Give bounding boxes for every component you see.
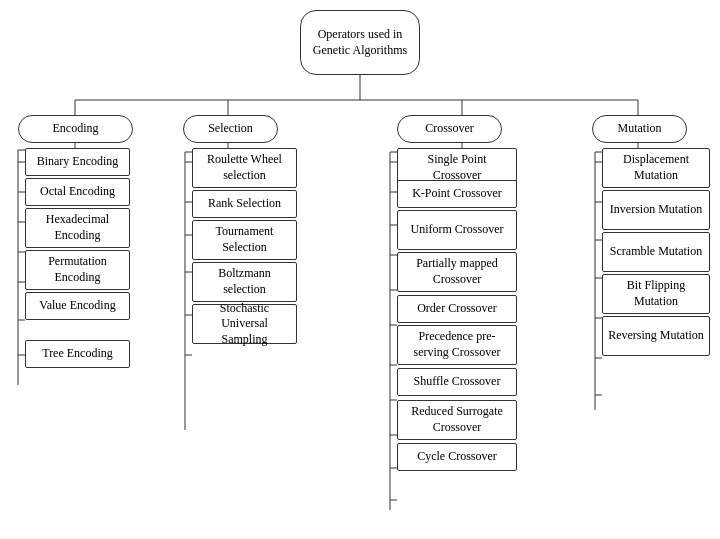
encoding-item-label-4: Value Encoding (39, 298, 115, 314)
crossover-item-label-5: Precedence pre-serving Crossover (403, 329, 511, 360)
crossover-item-5: Precedence pre-serving Crossover (397, 325, 517, 365)
crossover-item-label-2: Uniform Crossover (411, 222, 504, 238)
selection-label: Selection (208, 121, 253, 137)
encoding-item-4: Value Encoding (25, 292, 130, 320)
selection-item-label-2: Tournament Selection (198, 224, 291, 255)
encoding-item-label-0: Binary Encoding (37, 154, 119, 170)
crossover-item-label-6: Shuffle Crossover (414, 374, 501, 390)
selection-item-2: Tournament Selection (192, 220, 297, 260)
mutation-item-0: Displacement Mutation (602, 148, 710, 188)
selection-item-0: Roulette Wheel selection (192, 148, 297, 188)
crossover-item-label-7: Reduced Surrogate Crossover (403, 404, 511, 435)
encoding-category: Encoding (18, 115, 133, 143)
mutation-item-label-3: Bit Flipping Mutation (608, 278, 704, 309)
crossover-item-label-1: K-Point Crossover (412, 186, 502, 202)
crossover-item-6: Shuffle Crossover (397, 368, 517, 396)
crossover-item-label-0: Single Point Crossover (403, 152, 511, 183)
crossover-item-3: Partially mapped Crossover (397, 252, 517, 292)
selection-item-label-0: Roulette Wheel selection (198, 152, 291, 183)
mutation-category: Mutation (592, 115, 687, 143)
encoding-item-3: Permutation Encoding (25, 250, 130, 290)
mutation-item-label-0: Displacement Mutation (608, 152, 704, 183)
mutation-item-1: Inversion Mutation (602, 190, 710, 230)
selection-category: Selection (183, 115, 278, 143)
selection-item-1: Rank Selection (192, 190, 297, 218)
mutation-item-label-4: Reversing Mutation (608, 328, 704, 344)
selection-item-label-1: Rank Selection (208, 196, 281, 212)
encoding-item-label-3: Permutation Encoding (31, 254, 124, 285)
mutation-item-3: Bit Flipping Mutation (602, 274, 710, 314)
crossover-item-4: Order Crossover (397, 295, 517, 323)
crossover-item-label-8: Cycle Crossover (417, 449, 497, 465)
crossover-item-label-3: Partially mapped Crossover (403, 256, 511, 287)
root-node: Operators used in Genetic Algorithms (300, 10, 420, 75)
encoding-item-0: Binary Encoding (25, 148, 130, 176)
crossover-item-7: Reduced Surrogate Crossover (397, 400, 517, 440)
encoding-label: Encoding (53, 121, 99, 137)
mutation-item-label-1: Inversion Mutation (610, 202, 702, 218)
encoding-item-label-2: Hexadecimal Encoding (31, 212, 124, 243)
crossover-item-1: K-Point Crossover (397, 180, 517, 208)
selection-item-label-4: Stochastic Universal Sampling (198, 301, 291, 348)
encoding-item-2: Hexadecimal Encoding (25, 208, 130, 248)
selection-item-4: Stochastic Universal Sampling (192, 304, 297, 344)
root-label: Operators used in Genetic Algorithms (306, 27, 414, 58)
mutation-item-4: Reversing Mutation (602, 316, 710, 356)
encoding-item-label-5: Tree Encoding (42, 346, 113, 362)
mutation-item-label-2: Scramble Mutation (610, 244, 702, 260)
selection-item-3: Boltzmann selection (192, 262, 297, 302)
crossover-category: Crossover (397, 115, 502, 143)
encoding-item-5: Tree Encoding (25, 340, 130, 368)
crossover-label: Crossover (425, 121, 474, 137)
mutation-item-2: Scramble Mutation (602, 232, 710, 272)
selection-item-label-3: Boltzmann selection (198, 266, 291, 297)
encoding-item-1: Octal Encoding (25, 178, 130, 206)
crossover-item-label-4: Order Crossover (417, 301, 497, 317)
crossover-item-8: Cycle Crossover (397, 443, 517, 471)
diagram: Operators used in Genetic Algorithms Enc… (0, 0, 720, 539)
mutation-label: Mutation (618, 121, 662, 137)
encoding-item-label-1: Octal Encoding (40, 184, 115, 200)
crossover-item-2: Uniform Crossover (397, 210, 517, 250)
